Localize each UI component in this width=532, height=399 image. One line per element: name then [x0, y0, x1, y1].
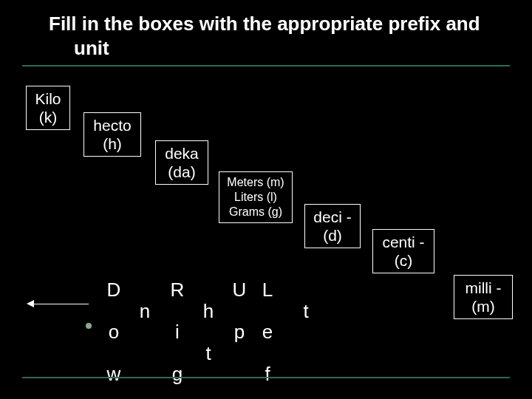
letter [134, 279, 155, 301]
letter [257, 301, 278, 322]
box-centi-symbol: (c) [378, 251, 429, 270]
mnemonic-col-2: n [134, 279, 155, 385]
letter: R [167, 279, 188, 301]
mnemonic-col-4: h t [198, 279, 219, 385]
title-underline [22, 65, 510, 66]
letter: U [229, 279, 250, 301]
letter [257, 343, 278, 364]
letter: p [229, 321, 250, 343]
box-kilo: Kilo (k) [26, 86, 70, 130]
letter [296, 364, 316, 385]
letter [296, 321, 316, 343]
mnemonic-col-1: D o w [103, 279, 124, 385]
arrow-origin-dot-icon [86, 323, 92, 329]
letter: i [167, 321, 188, 343]
box-deka: deka (da) [155, 140, 208, 185]
box-centi: centi - (c) [372, 229, 434, 273]
box-hecto-symbol: (h) [89, 134, 136, 153]
letter: f [257, 364, 278, 385]
mnemonic-col-5: U p [229, 279, 250, 385]
mnemonic-col-3: R i g [167, 279, 188, 385]
letter: w [103, 364, 124, 385]
letter: L [257, 279, 278, 301]
letter [134, 343, 155, 364]
bottom-underline [22, 377, 510, 378]
box-kilo-symbol: (k) [31, 108, 65, 126]
letter [167, 301, 188, 322]
arrow-left-line [34, 304, 89, 304]
mnemonic-col-6: L e f [257, 279, 278, 385]
letter [134, 364, 155, 385]
letter [198, 321, 219, 343]
letter [198, 279, 219, 301]
box-deka-label: deka [160, 144, 203, 163]
base-liters: Liters (l) [224, 190, 287, 205]
box-deci-symbol: (d) [310, 226, 355, 245]
box-milli-label: milli - [459, 279, 508, 297]
letter: e [257, 321, 278, 343]
letter [296, 279, 316, 301]
letter: t [198, 343, 219, 364]
letter [134, 321, 155, 343]
letter [229, 364, 250, 385]
box-deka-symbol: (da) [160, 163, 203, 181]
letter [198, 364, 219, 385]
box-deci: deci - (d) [304, 204, 361, 248]
box-milli: milli - (m) [454, 275, 513, 319]
letter [229, 343, 250, 364]
letter: D [103, 279, 124, 301]
letter [167, 343, 188, 364]
mnemonic-col-7: t [296, 279, 316, 385]
box-hecto-label: hecto [89, 116, 136, 134]
letter [229, 301, 250, 322]
box-milli-symbol: (m) [459, 297, 508, 316]
letter: t [296, 301, 316, 322]
base-meters: Meters (m) [224, 175, 287, 190]
box-kilo-label: Kilo [31, 89, 65, 108]
arrow-left-head-icon [27, 300, 34, 307]
box-deci-label: deci - [310, 208, 355, 226]
box-base-units: Meters (m) Liters (l) Grams (g) [219, 171, 293, 223]
letter [103, 301, 124, 322]
box-centi-label: centi - [378, 233, 429, 251]
box-hecto: hecto (h) [83, 112, 141, 157]
letter [103, 343, 124, 364]
letter: o [103, 321, 124, 343]
letter: h [198, 301, 219, 322]
letter: n [134, 301, 155, 322]
slide-title: Fill in the boxes with the appropriate p… [27, 12, 505, 60]
letter: g [167, 364, 188, 385]
letter [296, 343, 316, 364]
base-grams: Grams (g) [224, 205, 287, 219]
slide: Fill in the boxes with the appropriate p… [0, 0, 532, 399]
